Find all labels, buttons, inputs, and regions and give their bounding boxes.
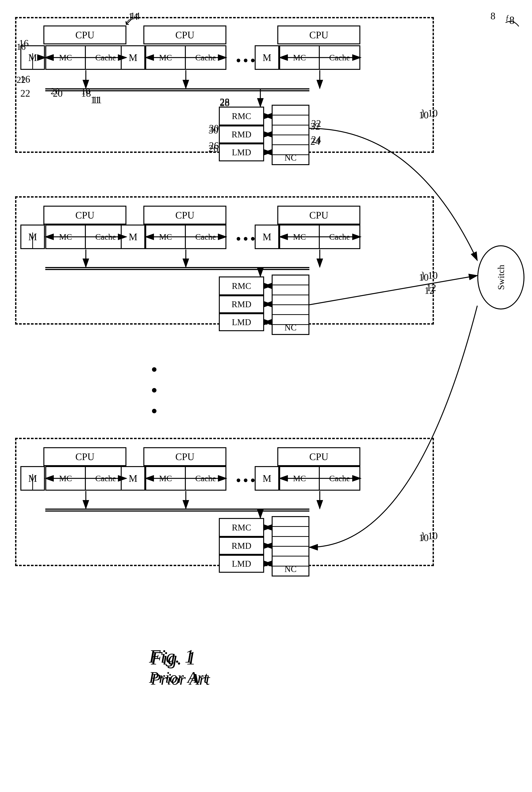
ref-11-display: 11 — [91, 94, 100, 106]
ref-8: 8 — [491, 11, 495, 21]
n3-cpu2-box: CPU — [144, 447, 226, 466]
n1-mc1: MC — [46, 46, 86, 69]
n1-m2-box: M — [121, 45, 145, 70]
n1-mc3: MC — [280, 46, 320, 69]
ref-8-display: ƒ8 — [506, 13, 515, 26]
n3-rmc-box: RMC — [219, 518, 264, 537]
ref-20-pos: 20 — [51, 86, 60, 96]
n2-cache2: Cache — [186, 226, 225, 248]
n2-lmd-box: LMD — [219, 313, 264, 331]
n3-lmd-box: LMD — [219, 555, 264, 573]
n2-m1-box: M — [20, 225, 45, 249]
between-dots3: • — [151, 400, 159, 422]
ref-10-n2-display: } 10 — [421, 270, 438, 281]
n1-cache1: Cache — [86, 46, 126, 69]
n2-mc2: MC — [146, 226, 186, 248]
n1-rmd-box: RMD — [219, 126, 264, 144]
n3-mccache1-box: MC Cache — [45, 466, 127, 491]
n1-cpu2-box: CPU — [144, 25, 226, 44]
n3-mccache3-box: MC Cache — [279, 466, 360, 491]
n2-bus — [45, 267, 309, 270]
between-dots: • — [151, 359, 159, 380]
n3-mc2: MC — [146, 467, 186, 490]
ref-22-lbl: 22 — [20, 88, 30, 99]
n3-bus — [45, 509, 309, 512]
n2-cpu3-box: CPU — [277, 206, 360, 225]
n2-mc1: MC — [46, 226, 86, 248]
n1-nc-box: NC — [272, 105, 309, 165]
n1-m3-box: M — [255, 45, 279, 70]
n2-m3-box: M — [255, 225, 279, 249]
n3-cpu1-box: CPU — [43, 447, 127, 466]
switch-ellipse: Switch — [477, 245, 525, 309]
ref-26-display: 26 — [209, 140, 219, 151]
n3-m3-box: M — [255, 466, 279, 491]
n3-m2-box: M — [121, 466, 145, 491]
fig-title-display: Fig. 1 — [149, 645, 194, 667]
ref-10-n1-display: } 10 — [421, 108, 438, 119]
n2-rmc-box: RMC — [219, 277, 264, 295]
switch-label: Switch — [496, 265, 506, 290]
n1-mccache2-box: MC Cache — [145, 45, 226, 70]
n1-mc2: MC — [146, 46, 186, 69]
n2-nc-box: NC — [272, 275, 309, 335]
n3-nc-label: NC — [284, 564, 297, 574]
ref-18-pos: 18 — [81, 86, 90, 96]
ref-12-display: 12 — [426, 282, 436, 293]
fig-subtitle-display: Prior Art — [149, 668, 208, 686]
n1-cache2: Cache — [186, 46, 225, 69]
n2-m2-box: M — [121, 225, 145, 249]
n2-cache3: Cache — [320, 226, 359, 248]
n3-cache1: Cache — [86, 467, 126, 490]
n3-cpu3-box: CPU — [277, 447, 360, 466]
n2-cache1: Cache — [86, 226, 126, 248]
ref-32-display: 32 — [311, 118, 321, 129]
ref-30-display: 30 — [209, 122, 219, 134]
n2-cpu2-box: CPU — [144, 206, 226, 225]
n3-nc-box: NC — [272, 516, 309, 577]
n1-cpu3-box: CPU — [277, 25, 360, 44]
n2-mccache1-box: MC Cache — [45, 225, 127, 249]
n1-ellipsis: ••• — [236, 52, 257, 69]
between-dots2: • — [151, 379, 159, 401]
n2-ellipsis: ••• — [236, 230, 257, 247]
ref-22-pos: 22 — [17, 75, 26, 85]
page: 14 ↙ 8 16 CPU M MC Cache 16 22 20 18 CPU… — [0, 0, 532, 792]
n1-mccache3-box: MC Cache — [279, 45, 360, 70]
ref-10-n3-display: } 10 — [421, 530, 438, 541]
n1-rmc-box: RMC — [219, 107, 264, 126]
n3-mc1: MC — [46, 467, 86, 490]
n3-cache2: Cache — [186, 467, 225, 490]
n2-cpu1-box: CPU — [43, 206, 127, 225]
n1-cpu1-box: CPU — [43, 25, 127, 44]
brace-14-display: ↙ — [125, 17, 131, 25]
n1-nc-label: NC — [284, 153, 297, 163]
n3-m1-box: M — [20, 466, 45, 491]
n3-mccache2-box: MC Cache — [145, 466, 226, 491]
n1-mccache1-box: MC Cache — [45, 45, 127, 70]
n1-cache3: Cache — [320, 46, 359, 69]
n2-mc3: MC — [280, 226, 320, 248]
n3-cache3: Cache — [320, 467, 359, 490]
n2-nc-label: NC — [284, 322, 297, 333]
ref-28-display: 28 — [220, 96, 230, 107]
ref-24-display: 24 — [311, 134, 321, 145]
n2-mccache2-box: MC Cache — [145, 225, 226, 249]
n2-rmd-box: RMD — [219, 295, 264, 313]
ref-16-pos: 16 — [17, 41, 26, 52]
n3-rmd-box: RMD — [219, 537, 264, 555]
n2-mccache3-box: MC Cache — [279, 225, 360, 249]
n1-lmd-box: LMD — [219, 144, 264, 161]
n3-mc3: MC — [280, 467, 320, 490]
n3-ellipsis: ••• — [236, 472, 257, 489]
